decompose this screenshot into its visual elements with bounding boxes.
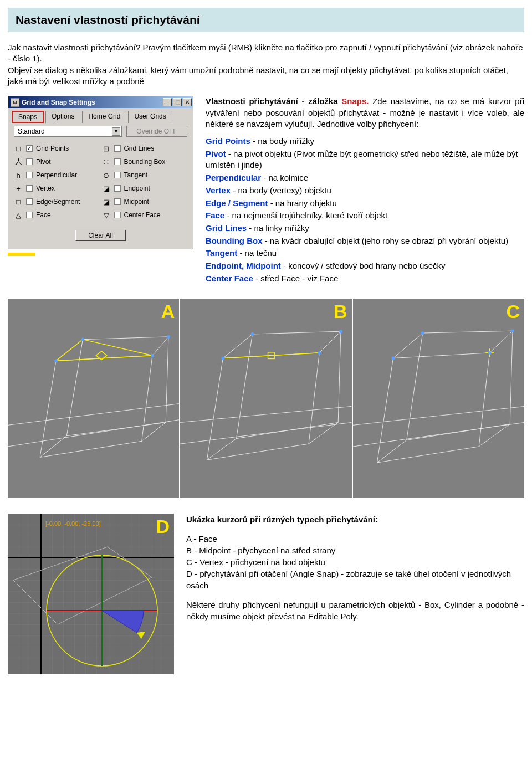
svg-line-23 bbox=[406, 424, 510, 440]
snap-shape-icon: △ bbox=[14, 211, 23, 219]
snap-shape-icon: 人 bbox=[14, 157, 23, 167]
viewport-a: A bbox=[8, 299, 179, 498]
snap-shape-icon: ▽ bbox=[102, 211, 111, 219]
snap-option-label: Midpoint bbox=[124, 198, 149, 206]
snap-shape-icon: □ bbox=[14, 198, 23, 206]
definition-center-face: Center Face - střed Face - viz Face bbox=[206, 273, 524, 285]
checkbox[interactable] bbox=[26, 172, 33, 178]
tab-options[interactable]: Options bbox=[45, 111, 80, 123]
snap-shape-icon: + bbox=[14, 184, 23, 193]
close-button[interactable]: ✕ bbox=[183, 98, 192, 106]
checkbox[interactable] bbox=[26, 198, 33, 205]
clear-all-button[interactable]: Clear All bbox=[75, 230, 126, 241]
line-b: B - Midpoint - přychycení na střed stran… bbox=[186, 546, 335, 555]
definition-tangent: Tangent - na tečnu bbox=[206, 248, 524, 259]
definition-text: - střed Face - viz Face bbox=[253, 274, 338, 283]
snap-option-edge-segment[interactable]: □Edge/Segment bbox=[14, 197, 100, 207]
svg-line-10 bbox=[180, 423, 351, 444]
term: Pivot bbox=[206, 149, 226, 158]
dialog-icon: M bbox=[11, 98, 19, 107]
svg-line-4 bbox=[66, 340, 83, 436]
dialog-title: Grid and Snap Settings bbox=[22, 99, 163, 106]
snap-option-label: Vertex bbox=[36, 184, 55, 192]
snap-option-label: Grid Lines bbox=[124, 145, 155, 152]
cursors-lines: A - Face B - Midpoint - přychycení na st… bbox=[186, 533, 524, 591]
bottom-p2: Některé druhy přichycení nefungují u par… bbox=[186, 599, 524, 622]
viewport-label-c: C bbox=[506, 301, 520, 322]
right-column: Vlastnosti přichytávání - záložka Snaps.… bbox=[206, 96, 524, 285]
checkbox[interactable] bbox=[26, 145, 33, 152]
term: Bounding Box bbox=[206, 236, 262, 245]
snap-option-grid-points[interactable]: □Grid Points bbox=[14, 143, 100, 153]
checkbox[interactable] bbox=[114, 145, 121, 152]
snap-option-perpendicular[interactable]: hPerpendicular bbox=[14, 170, 100, 180]
svg-line-22 bbox=[377, 440, 406, 463]
checkbox[interactable] bbox=[26, 185, 33, 192]
snap-option-pivot[interactable]: 人Pivot bbox=[14, 157, 100, 167]
grid-snap-dialog: M Grid and Snap Settings _ ▢ ✕ Snaps Opt… bbox=[8, 96, 193, 249]
svg-line-14 bbox=[223, 353, 320, 358]
svg-point-18 bbox=[339, 330, 342, 334]
definition-text: - na hrany objektu bbox=[268, 198, 337, 208]
snap-option-center-face[interactable]: ▽Center Face bbox=[102, 210, 188, 220]
viewport-label-b: B bbox=[334, 301, 347, 322]
line-c: C - Vertex - přichycení na bod objektu bbox=[186, 557, 325, 567]
term: Face bbox=[206, 211, 224, 220]
tab-user-grids[interactable]: User Grids bbox=[128, 111, 172, 123]
tab-home-grid[interactable]: Home Grid bbox=[82, 111, 126, 123]
checkbox[interactable] bbox=[26, 158, 33, 165]
checkbox[interactable] bbox=[114, 185, 121, 192]
snap-option-face[interactable]: △Face bbox=[14, 210, 100, 220]
left-column: M Grid and Snap Settings _ ▢ ✕ Snaps Opt… bbox=[8, 96, 193, 285]
definition-text: - na body (vertexy) objektu bbox=[231, 186, 331, 195]
term: Grid Points bbox=[206, 136, 250, 146]
snap-option-midpoint[interactable]: ◪Midpoint bbox=[102, 197, 188, 207]
viewport-d: [-0.00, -0.00, -25.00] D bbox=[8, 514, 174, 674]
intro-p1: Jak nastavit vlastnosti přichytávání? Pr… bbox=[8, 42, 524, 65]
term: Perpendicular bbox=[206, 173, 261, 182]
definition-text: - na kvádr obalující objekt (jeho rohy s… bbox=[262, 236, 508, 245]
checkbox[interactable] bbox=[114, 212, 121, 218]
snap-option-grid-lines[interactable]: ⊡Grid Lines bbox=[102, 143, 188, 153]
cursors-title: Ukázka kurzorů při různých typech přichy… bbox=[186, 514, 524, 525]
snap-mode-dropdown[interactable]: Standard ▼ bbox=[14, 126, 122, 137]
dialog-titlebar[interactable]: M Grid and Snap Settings _ ▢ ✕ bbox=[8, 96, 193, 108]
snap-option-label: Perpendicular bbox=[36, 171, 77, 179]
svg-point-27 bbox=[391, 357, 395, 360]
snap-option-label: Edge/Segment bbox=[36, 198, 80, 206]
term: Center Face bbox=[206, 274, 253, 283]
svg-point-7 bbox=[167, 335, 170, 339]
definition-text: - na body mřížky bbox=[250, 136, 314, 146]
snap-option-endpoint[interactable]: ◪Endpoint bbox=[102, 183, 188, 193]
snap-shape-icon: □ bbox=[14, 145, 23, 153]
definition-text: - na nejmenší trojúhelníky, které tvoří … bbox=[224, 211, 387, 220]
checkbox[interactable] bbox=[114, 172, 121, 178]
svg-point-29 bbox=[511, 330, 514, 333]
checkbox[interactable] bbox=[26, 212, 33, 218]
viewport-label-d: D bbox=[156, 516, 170, 537]
snap-option-label: Pivot bbox=[36, 158, 51, 166]
checkbox[interactable] bbox=[114, 198, 121, 205]
coord-readout: [-0.00, -0.00, -25.00] bbox=[45, 520, 101, 527]
section-title: Nastavení vlastností přichytávání bbox=[16, 13, 516, 27]
svg-point-28 bbox=[421, 331, 424, 335]
snap-option-tangent[interactable]: ⊙Tangent bbox=[102, 170, 188, 180]
snap-option-vertex[interactable]: +Vertex bbox=[14, 183, 100, 193]
definition-text: - na tečnu bbox=[237, 248, 277, 258]
bottom-text: Ukázka kurzorů při různých typech přichy… bbox=[186, 514, 524, 630]
tab-snaps[interactable]: Snaps bbox=[12, 111, 44, 123]
definition-vertex: Vertex - na body (vertexy) objektu bbox=[206, 185, 524, 197]
decorative-yellow-bar bbox=[8, 253, 35, 256]
desc-red: Snaps. bbox=[341, 96, 369, 106]
minimize-button[interactable]: _ bbox=[163, 98, 172, 106]
checkbox[interactable] bbox=[114, 158, 121, 165]
svg-line-12 bbox=[237, 423, 339, 439]
definition-grid-points: Grid Points - na body mřížky bbox=[206, 136, 524, 147]
snap-option-label: Face bbox=[36, 211, 51, 219]
snap-option-bounding-box[interactable]: ⸬Bounding Box bbox=[102, 157, 188, 167]
intro-p2: Objeví se dialog s několika záložkami, k… bbox=[8, 65, 524, 88]
chevron-down-icon: ▼ bbox=[112, 127, 120, 136]
snap-shape-icon: ◪ bbox=[102, 198, 111, 206]
section-title-bar: Nastavení vlastností přichytávání bbox=[8, 8, 524, 32]
definition-face: Face - na nejmenší trojúhelníky, které t… bbox=[206, 210, 524, 222]
